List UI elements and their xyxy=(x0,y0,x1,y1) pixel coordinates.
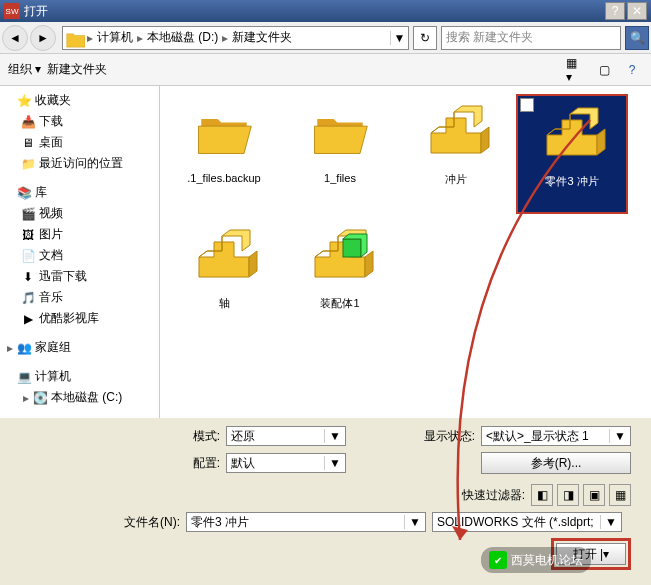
help-icon[interactable]: ? xyxy=(621,59,643,81)
file-item[interactable]: .1_files.backup xyxy=(168,94,280,214)
file-checkbox[interactable]: ✓ xyxy=(520,98,534,112)
organize-menu[interactable]: 组织 ▾ xyxy=(8,61,41,78)
tree-libraries[interactable]: 📚库 xyxy=(4,182,155,203)
tree-recent[interactable]: 📁最近访问的位置 xyxy=(20,153,155,174)
filter-label: 快速过滤器: xyxy=(462,487,525,504)
tree-youku[interactable]: ▶优酷影视库 xyxy=(20,308,155,329)
tree-favorites[interactable]: ⭐收藏夹 xyxy=(4,90,155,111)
file-thumbnail xyxy=(532,100,612,170)
file-name: .1_files.backup xyxy=(187,172,260,184)
tree-computer[interactable]: 💻计算机 xyxy=(4,366,155,387)
filter-part-icon[interactable]: ◧ xyxy=(531,484,553,506)
file-name: 装配体1 xyxy=(320,296,359,311)
file-item[interactable]: 1_files xyxy=(284,94,396,214)
tree-xunlei[interactable]: ⬇迅雷下载 xyxy=(20,266,155,287)
help-button[interactable]: ? xyxy=(605,2,625,20)
search-input[interactable]: 搜索 新建文件夹 xyxy=(441,26,621,50)
file-thumbnail xyxy=(184,98,264,168)
search-button[interactable]: 🔍 xyxy=(625,26,649,50)
watermark: ✔西莫电机论坛 xyxy=(481,547,591,573)
mode-combo[interactable]: 还原▼ xyxy=(226,426,346,446)
config-label: 配置: xyxy=(160,455,220,472)
back-button[interactable]: ◄ xyxy=(2,25,28,51)
file-name: 零件3 冲片 xyxy=(545,174,598,189)
file-thumbnail xyxy=(184,222,264,292)
tree-disk-c[interactable]: ▸💽本地磁盘 (C:) xyxy=(20,387,155,408)
tree-homegroup[interactable]: ▸👥家庭组 xyxy=(4,337,155,358)
mode-label: 模式: xyxy=(160,428,220,445)
address-bar[interactable]: ▸ 计算机 ▸ 本地磁盘 (D:) ▸ 新建文件夹 ▼ xyxy=(62,26,409,50)
view-menu[interactable]: ▦ ▾ xyxy=(565,59,587,81)
tree-music[interactable]: 🎵音乐 xyxy=(20,287,155,308)
filetype-combo[interactable]: SOLIDWORKS 文件 (*.sldprt;▼ xyxy=(432,512,622,532)
file-name: 冲片 xyxy=(445,172,467,187)
refresh-button[interactable]: ↻ xyxy=(413,26,437,50)
file-list[interactable]: .1_files.backup1_files冲片✓零件3 冲片轴装配体1 xyxy=(160,86,651,418)
filename-label: 文件名(N): xyxy=(100,514,180,531)
tree-downloads[interactable]: 📥下载 xyxy=(20,111,155,132)
forward-button[interactable]: ► xyxy=(30,25,56,51)
breadcrumb-folder[interactable]: 新建文件夹 xyxy=(228,29,296,46)
breadcrumb-disk[interactable]: 本地磁盘 (D:) xyxy=(143,29,222,46)
tree-documents[interactable]: 📄文档 xyxy=(20,245,155,266)
file-name: 1_files xyxy=(324,172,356,184)
file-thumbnail xyxy=(300,222,380,292)
display-state-combo[interactable]: <默认>_显示状态 1▼ xyxy=(481,426,631,446)
filter-drawing-icon[interactable]: ▣ xyxy=(583,484,605,506)
display-label: 显示状态: xyxy=(424,428,475,445)
window-title: 打开 xyxy=(24,3,48,20)
newfolder-button[interactable]: 新建文件夹 xyxy=(47,61,107,78)
file-thumbnail xyxy=(416,98,496,168)
config-combo[interactable]: 默认▼ xyxy=(226,453,346,473)
tree-pictures[interactable]: 🖼图片 xyxy=(20,224,155,245)
file-name: 轴 xyxy=(219,296,230,311)
filename-input[interactable]: 零件3 冲片▼ xyxy=(186,512,426,532)
filter-all-icon[interactable]: ▦ xyxy=(609,484,631,506)
filter-assembly-icon[interactable]: ◨ xyxy=(557,484,579,506)
file-item[interactable]: 冲片 xyxy=(400,94,512,214)
app-icon: SW xyxy=(4,3,20,19)
address-dropdown[interactable]: ▼ xyxy=(390,31,408,45)
file-item[interactable]: 装配体1 xyxy=(284,218,396,338)
tree-desktop[interactable]: 🖥桌面 xyxy=(20,132,155,153)
tree-videos[interactable]: 🎬视频 xyxy=(20,203,155,224)
preview-button[interactable]: ▢ xyxy=(593,59,615,81)
file-item[interactable]: 轴 xyxy=(168,218,280,338)
breadcrumb-computer[interactable]: 计算机 xyxy=(93,29,137,46)
references-button[interactable]: 参考(R)... xyxy=(481,452,631,474)
close-button[interactable]: ✕ xyxy=(627,2,647,20)
file-thumbnail xyxy=(300,98,380,168)
navigation-tree: ⭐收藏夹 📥下载 🖥桌面 📁最近访问的位置 📚库 🎬视频 🖼图片 📄文档 ⬇迅雷… xyxy=(0,86,160,418)
file-item[interactable]: ✓零件3 冲片 xyxy=(516,94,628,214)
